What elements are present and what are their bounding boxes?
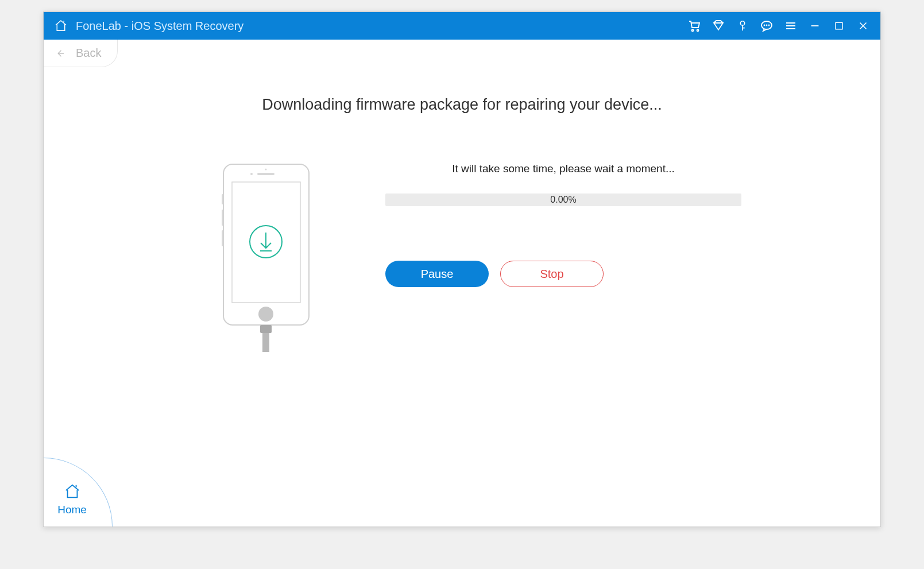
menu-icon[interactable] bbox=[784, 19, 798, 33]
content-area: Downloading firmware package for repairi… bbox=[44, 67, 880, 377]
svg-rect-28 bbox=[262, 333, 269, 352]
cart-icon[interactable] bbox=[687, 19, 701, 33]
diamond-icon[interactable] bbox=[712, 19, 725, 33]
chat-icon[interactable] bbox=[760, 19, 774, 33]
app-title: FoneLab - iOS System Recovery bbox=[76, 20, 243, 33]
progress-bar: 0.00% bbox=[385, 193, 741, 206]
svg-point-2 bbox=[740, 21, 744, 25]
titlebar-controls bbox=[687, 19, 870, 33]
svg-point-0 bbox=[692, 30, 694, 32]
titlebar: FoneLab - iOS System Recovery bbox=[44, 12, 880, 40]
svg-point-23 bbox=[258, 307, 273, 322]
progress-area: It will take some time, please wait a mo… bbox=[385, 162, 741, 287]
status-text: It will take some time, please wait a mo… bbox=[385, 162, 741, 175]
app-window: FoneLab - iOS System Recovery bbox=[43, 11, 881, 527]
back-button[interactable]: Back bbox=[44, 40, 118, 67]
svg-rect-24 bbox=[222, 194, 223, 204]
main-row: It will take some time, please wait a mo… bbox=[78, 162, 846, 354]
svg-point-17 bbox=[250, 173, 253, 175]
svg-rect-25 bbox=[222, 210, 223, 226]
svg-rect-16 bbox=[257, 173, 275, 175]
phone-illustration bbox=[222, 162, 311, 354]
back-arrow-icon bbox=[55, 48, 65, 59]
stop-button[interactable]: Stop bbox=[500, 261, 604, 287]
key-icon[interactable] bbox=[736, 19, 749, 33]
svg-point-4 bbox=[764, 25, 765, 26]
home-logo-icon bbox=[54, 19, 68, 33]
svg-rect-27 bbox=[260, 325, 272, 333]
svg-rect-26 bbox=[222, 230, 223, 246]
progress-percent: 0.00% bbox=[550, 195, 576, 205]
back-label: Back bbox=[76, 47, 101, 60]
pause-button[interactable]: Pause bbox=[385, 261, 489, 287]
home-button[interactable]: Home bbox=[44, 458, 113, 527]
page-heading: Downloading firmware package for repairi… bbox=[78, 96, 846, 114]
svg-rect-11 bbox=[836, 22, 842, 29]
svg-point-6 bbox=[769, 25, 770, 26]
svg-point-5 bbox=[767, 25, 767, 26]
home-icon bbox=[63, 483, 82, 500]
titlebar-left: FoneLab - iOS System Recovery bbox=[54, 19, 243, 33]
home-label: Home bbox=[57, 504, 87, 516]
minimize-icon[interactable] bbox=[808, 19, 822, 33]
close-icon[interactable] bbox=[856, 19, 870, 33]
maximize-icon[interactable] bbox=[832, 19, 846, 33]
svg-point-18 bbox=[265, 169, 267, 171]
action-buttons: Pause Stop bbox=[385, 261, 741, 287]
svg-point-1 bbox=[697, 30, 699, 32]
